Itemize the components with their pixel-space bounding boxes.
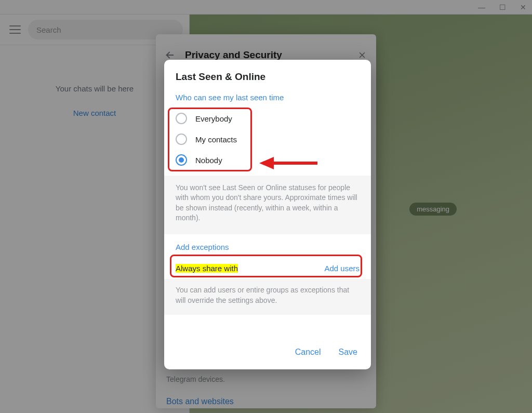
annotation-box-radios bbox=[168, 108, 252, 171]
save-button[interactable]: Save bbox=[339, 348, 357, 357]
last-seen-modal: Last Seen & Online Who can see my last s… bbox=[164, 60, 371, 369]
modal-title: Last Seen & Online bbox=[164, 60, 371, 88]
svg-marker-1 bbox=[259, 157, 274, 169]
exceptions-note: You can add users or entire groups as ex… bbox=[164, 279, 371, 315]
annotation-arrow-icon bbox=[259, 155, 320, 171]
annotation-box-share bbox=[170, 255, 362, 277]
modal-actions: Cancel Save bbox=[164, 336, 371, 369]
section-who-can-see: Who can see my last seen time bbox=[164, 88, 371, 108]
cancel-button[interactable]: Cancel bbox=[295, 348, 321, 357]
last-seen-note: You won't see Last Seen or Online status… bbox=[164, 176, 371, 234]
